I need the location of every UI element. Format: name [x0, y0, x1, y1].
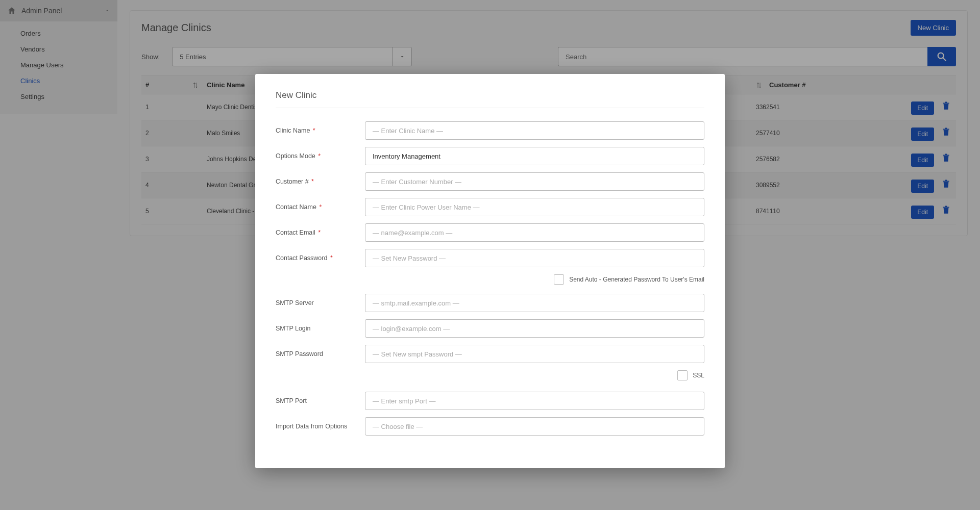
contact-name-label: Contact Name *	[276, 203, 365, 211]
smtp-port-label: SMTP Port	[276, 397, 365, 404]
contact-email-input[interactable]	[365, 223, 704, 242]
ssl-label: SSL	[693, 372, 704, 379]
clinic-name-label: Clinic Name *	[276, 127, 365, 134]
options-mode-label: Options Mode *	[276, 152, 365, 160]
options-mode-input[interactable]	[365, 147, 704, 165]
modal-backdrop[interactable]: New Clinic Clinic Name *Options Mode *Cu…	[0, 0, 980, 510]
smtp-server-input[interactable]	[365, 294, 704, 312]
import-label: Import Data from Options	[276, 423, 365, 430]
contact-name-input[interactable]	[365, 198, 704, 216]
smtp-password-input[interactable]	[365, 345, 704, 363]
customer-num-input[interactable]	[365, 172, 704, 191]
contact-email-label: Contact Email *	[276, 229, 365, 236]
contact-password-label: Contact Password *	[276, 254, 365, 262]
smtp-port-input[interactable]	[365, 392, 704, 410]
smtp-password-label: SMTP Password	[276, 350, 365, 358]
contact-password-input[interactable]	[365, 249, 704, 267]
customer-num-label: Customer # *	[276, 178, 365, 185]
auto-password-checkbox[interactable]	[554, 274, 564, 285]
ssl-checkbox[interactable]	[677, 370, 688, 380]
modal-title: New Clinic	[276, 90, 704, 108]
smtp-server-label: SMTP Server	[276, 299, 365, 307]
clinic-name-input[interactable]	[365, 121, 704, 140]
import-input[interactable]	[365, 417, 704, 436]
smtp-login-input[interactable]	[365, 319, 704, 338]
new-clinic-modal: New Clinic Clinic Name *Options Mode *Cu…	[255, 74, 725, 468]
smtp-login-label: SMTP Login	[276, 325, 365, 332]
auto-password-label: Send Auto - Generated Password To User's…	[569, 276, 704, 283]
